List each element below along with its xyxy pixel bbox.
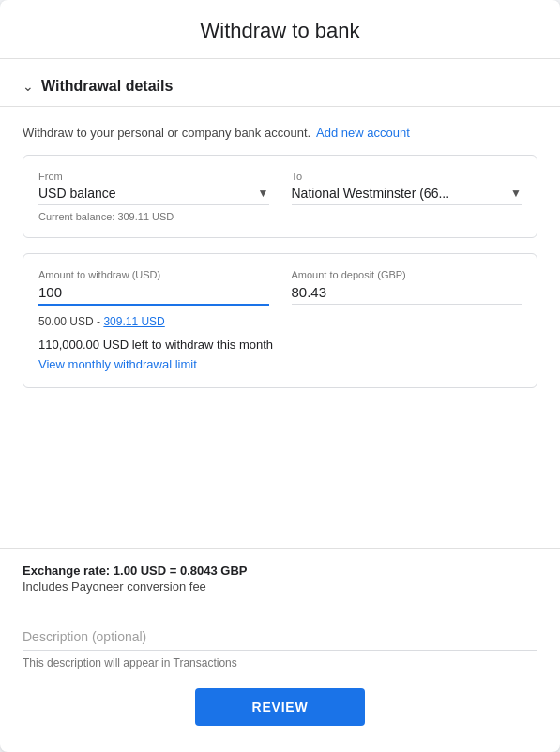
to-select[interactable]: National Westminster (66... ▼ xyxy=(292,186,522,205)
exchange-rate-section: Exchange rate: 1.00 USD = 0.8043 GBP Inc… xyxy=(0,548,560,609)
deposit-col: Amount to deposit (GBP) xyxy=(292,269,522,306)
amounts-row: Amount to withdraw (USD) Amount to depos… xyxy=(38,269,522,306)
description-hint: This description will appear in Transact… xyxy=(23,656,537,669)
description-section: This description will appear in Transact… xyxy=(0,609,560,669)
subtitle-text: Withdraw to your personal or company ban… xyxy=(23,126,310,140)
from-dropdown-icon: ▼ xyxy=(258,187,269,200)
view-limit-link[interactable]: View monthly withdrawal limit xyxy=(38,357,197,371)
to-dropdown-icon: ▼ xyxy=(510,187,522,200)
section-title: Withdrawal details xyxy=(41,78,173,95)
from-to-row: From USD balance ▼ Current balance: 309.… xyxy=(38,171,522,222)
to-value: National Westminster (66... xyxy=(292,186,507,201)
deposit-label: Amount to deposit (GBP) xyxy=(292,269,522,280)
includes-fee-text: Includes Payoneer conversion fee xyxy=(23,579,537,594)
from-select[interactable]: USD balance ▼ xyxy=(38,186,269,205)
limit-text: 110,000.00 USD left to withdraw this mon… xyxy=(38,338,522,352)
content-area: Withdraw to your personal or company ban… xyxy=(0,107,560,548)
review-button[interactable]: REVIEW xyxy=(195,688,364,726)
range-max-link[interactable]: 309.11 USD xyxy=(103,315,164,328)
section-header: ⌄ Withdrawal details xyxy=(0,59,560,107)
to-column: To National Westminster (66... ▼ xyxy=(292,171,522,222)
description-input[interactable] xyxy=(23,629,537,651)
from-to-box: From USD balance ▼ Current balance: 309.… xyxy=(23,155,537,238)
from-column: From USD balance ▼ Current balance: 309.… xyxy=(38,171,269,222)
header: Withdraw to bank xyxy=(0,0,560,59)
range-row: 50.00 USD - 309.11 USD xyxy=(38,315,522,328)
amount-box: Amount to withdraw (USD) Amount to depos… xyxy=(23,253,537,388)
chevron-down-icon: ⌄ xyxy=(23,79,34,94)
footer: REVIEW xyxy=(0,669,560,752)
from-label: From xyxy=(38,171,269,182)
to-label: To xyxy=(292,171,522,182)
withdraw-label: Amount to withdraw (USD) xyxy=(38,269,269,280)
main-card: Withdraw to bank ⌄ Withdrawal details Wi… xyxy=(0,0,560,752)
exchange-rate-text: Exchange rate: 1.00 USD = 0.8043 GBP xyxy=(23,564,537,578)
page-title: Withdraw to bank xyxy=(23,19,537,43)
balance-text: Current balance: 309.11 USD xyxy=(38,211,269,222)
subtitle-row: Withdraw to your personal or company ban… xyxy=(23,126,537,140)
range-min: 50.00 USD xyxy=(38,315,94,328)
add-account-link[interactable]: Add new account xyxy=(316,126,410,140)
withdraw-input[interactable] xyxy=(38,284,269,306)
withdraw-col: Amount to withdraw (USD) xyxy=(38,269,269,306)
deposit-input[interactable] xyxy=(292,284,522,305)
from-value: USD balance xyxy=(38,186,254,201)
